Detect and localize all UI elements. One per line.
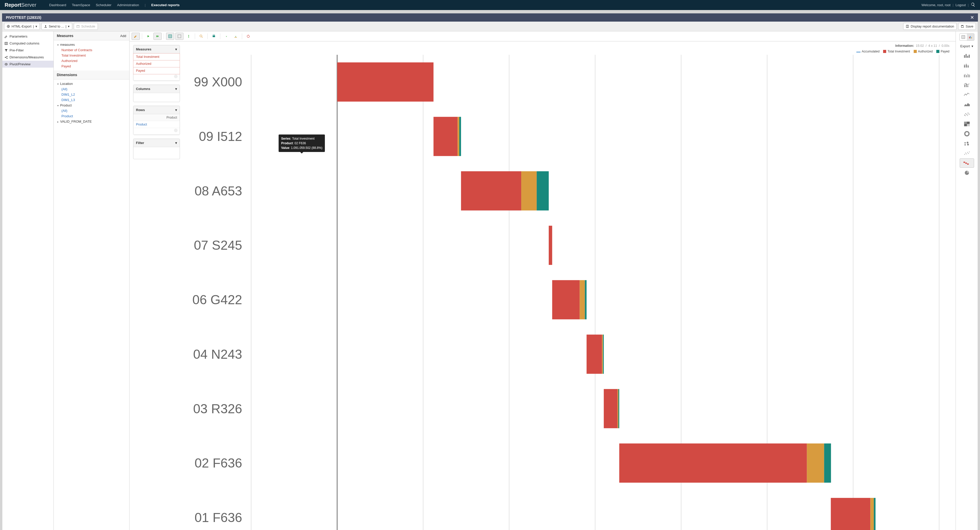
bubble-icon[interactable]	[960, 139, 974, 148]
search-icon[interactable]	[971, 2, 975, 8]
edit-mode-icon[interactable]	[132, 33, 140, 40]
run-icon[interactable]	[144, 33, 153, 40]
measures-dimensions-panel: Measures Add measures Number of Contract…	[54, 31, 129, 530]
svg-rect-86	[967, 65, 969, 65]
globe-icon	[7, 25, 10, 28]
measures-group[interactable]: measures	[54, 42, 129, 47]
edit-icon	[4, 35, 8, 38]
nav-dimensions[interactable]: Dimensions/Measures	[2, 54, 54, 61]
run-all-icon[interactable]	[153, 33, 162, 40]
nav-dashboard[interactable]: Dashboard	[49, 3, 66, 7]
nav-prefilter[interactable]: Pre-Filter	[2, 47, 54, 54]
measure-item[interactable]: Total Investment	[54, 53, 129, 58]
dim-group-valid-from[interactable]: VALID_FROM_DATE	[54, 119, 129, 124]
chevron-down-icon[interactable]: ▾	[175, 141, 177, 145]
dim-item[interactable]: Product	[54, 113, 129, 119]
remove-icon[interactable]	[174, 129, 178, 132]
measures-tree: measures Number of Contracts Total Inves…	[54, 40, 129, 70]
svg-point-110	[967, 144, 969, 145]
drop-zones: Measures▾ Total Investment Authorized Pa…	[129, 42, 183, 530]
donut-icon[interactable]	[960, 129, 974, 138]
svg-rect-36	[434, 117, 458, 156]
svg-point-113	[966, 153, 967, 154]
dropzone-columns[interactable]: Columns▾	[133, 85, 180, 102]
download-icon[interactable]	[222, 33, 231, 40]
chevron-down-icon[interactable]: ▾	[175, 87, 177, 91]
chip-measure[interactable]: Payed	[133, 67, 180, 74]
svg-rect-118	[965, 163, 967, 164]
svg-rect-83	[966, 65, 967, 67]
refresh-icon[interactable]	[244, 33, 252, 40]
scatter-icon[interactable]	[960, 148, 974, 158]
area-chart-icon[interactable]	[960, 100, 974, 109]
svg-rect-48	[585, 280, 587, 319]
nav-pivot[interactable]: Pivot/Preview	[2, 61, 54, 68]
stacked-bar-icon[interactable]	[960, 61, 974, 70]
svg-rect-3	[5, 42, 8, 45]
combo-chart-icon[interactable]	[960, 80, 974, 89]
dim-item[interactable]: DIM1_L2	[54, 92, 129, 97]
table-grid-icon[interactable]	[175, 33, 183, 40]
zoom-icon[interactable]	[197, 33, 205, 40]
dimensions-header: Dimensions	[54, 70, 129, 80]
nav-administration[interactable]: Administration	[117, 3, 139, 7]
chart-view-icon[interactable]	[967, 34, 974, 40]
measure-item[interactable]: Payed	[54, 64, 129, 69]
dim-item[interactable]: (All)	[54, 86, 129, 92]
chevron-down-icon[interactable]: ▾	[175, 47, 177, 51]
svg-rect-88	[965, 74, 966, 77]
waterfall-icon[interactable]	[960, 158, 974, 168]
doc-button[interactable]: Display report documentation	[903, 23, 957, 30]
chevron-down-icon[interactable]: ▾	[175, 108, 177, 112]
svg-rect-46	[552, 280, 579, 319]
book-icon	[906, 25, 909, 28]
dropzone-filter[interactable]: Filter▾	[133, 139, 180, 159]
grouped-bar-icon[interactable]	[960, 70, 974, 80]
measure-item[interactable]: Authorized	[54, 58, 129, 64]
line-chart-icon[interactable]	[960, 90, 974, 99]
add-measure-link[interactable]: Add	[120, 34, 126, 38]
svg-rect-95	[967, 85, 968, 87]
dim-group-location[interactable]: Location	[54, 81, 129, 86]
svg-rect-91	[969, 74, 969, 77]
dropzone-rows[interactable]: Rows▾ Product Product	[133, 106, 180, 135]
close-icon[interactable]: ✕	[970, 14, 974, 20]
nav-executed-reports[interactable]: Executed reports	[151, 3, 180, 7]
logout-link[interactable]: Logout	[956, 3, 966, 7]
expand-icon[interactable]	[185, 33, 193, 40]
table-view-icon[interactable]	[960, 34, 967, 40]
report-title: PIVOTTEST (128315)	[6, 16, 41, 19]
table-config-icon[interactable]	[166, 33, 174, 40]
dim-group-product[interactable]: Product	[54, 102, 129, 108]
dropzone-measures[interactable]: Measures▾ Total Investment Authorized Pa…	[133, 45, 180, 81]
chip-hint: Product	[134, 114, 180, 121]
download-alt-icon[interactable]	[232, 33, 240, 40]
chip-row[interactable]: Product	[134, 121, 180, 128]
svg-text:99 X000: 99 X000	[194, 75, 242, 89]
bar-chart-icon[interactable]	[960, 51, 974, 60]
chip-measure[interactable]: Total Investment	[133, 53, 180, 61]
pie-icon[interactable]	[960, 168, 974, 177]
svg-point-98	[966, 114, 967, 115]
dim-item[interactable]: DIM1_L3	[54, 97, 129, 102]
html-export-button[interactable]: HTML-Export|▾	[4, 23, 40, 30]
nav-scheduler[interactable]: Scheduler	[96, 3, 111, 7]
save-button[interactable]: Save	[958, 23, 976, 30]
nav-teamspace[interactable]: TeamSpace	[72, 3, 90, 7]
dim-item[interactable]: (All)	[54, 108, 129, 113]
measure-item[interactable]: Number of Contracts	[54, 47, 129, 53]
heatmap-icon[interactable]	[960, 119, 974, 129]
svg-point-101	[965, 115, 966, 116]
dot-chart-icon[interactable]	[960, 110, 974, 119]
nav-separator: |	[145, 3, 146, 7]
chip-measure[interactable]: Authorized	[133, 60, 180, 67]
print-icon[interactable]	[210, 33, 218, 40]
remove-icon[interactable]	[174, 75, 178, 78]
nav-computed[interactable]: Computed columns	[2, 40, 54, 47]
export-menu[interactable]: Export ▾	[960, 44, 973, 48]
nav-parameters[interactable]: Parameters	[2, 33, 54, 40]
svg-rect-9	[178, 35, 181, 38]
svg-point-109	[964, 144, 966, 145]
send-to-button[interactable]: Send to ...|▾	[41, 23, 73, 30]
waterfall-chart[interactable]: −500,000,0000500,000,0001,000,000,0001,5…	[183, 55, 950, 530]
